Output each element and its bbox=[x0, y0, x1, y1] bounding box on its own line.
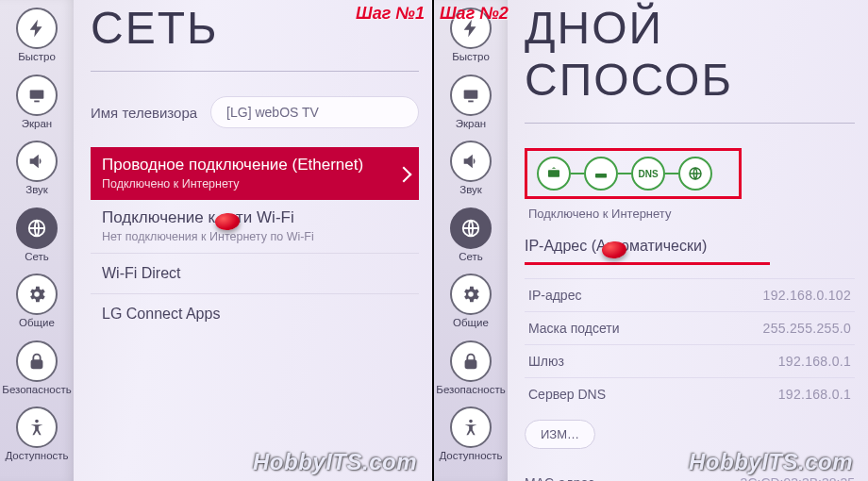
lock-icon bbox=[450, 340, 492, 382]
sidebar-item-security[interactable]: Безопасность bbox=[3, 337, 71, 402]
wifi-connection-row[interactable]: Подключение к сети Wi-Fi Нет подключения… bbox=[91, 200, 419, 253]
page-title: СЕТЬ bbox=[91, 2, 419, 54]
sidebar-item-label: Сеть bbox=[25, 252, 49, 263]
sidebar-item-label: Сеть bbox=[459, 252, 483, 263]
sidebar-item-quick[interactable]: Быстро bbox=[3, 4, 71, 69]
divider bbox=[525, 123, 855, 124]
svg-rect-3 bbox=[32, 360, 42, 368]
gateway-label: Шлюз bbox=[528, 354, 778, 369]
dns-node-icon: DNS bbox=[631, 157, 665, 191]
ip-address-row: IP-адрес 192.168.0.102 bbox=[525, 278, 855, 311]
sidebar-item-sound[interactable]: Звук bbox=[3, 137, 71, 202]
wifi-title: Подключение к сети Wi-Fi bbox=[102, 208, 408, 227]
watermark: HobbyITS.com bbox=[689, 449, 853, 475]
sidebar-item-general[interactable]: Общие bbox=[437, 270, 505, 335]
network-settings-main: СЕТЬ Имя телевизора [LG] webOS TV Провод… bbox=[74, 0, 432, 481]
tv-name-label: Имя телевизора bbox=[91, 105, 197, 121]
sidebar-item-sound[interactable]: Звук bbox=[437, 137, 505, 202]
svg-point-9 bbox=[469, 420, 473, 423]
svg-rect-1 bbox=[34, 100, 40, 102]
sidebar-item-label: Доступность bbox=[439, 451, 502, 462]
tv-name-row[interactable]: Имя телевизора [LG] webOS TV bbox=[91, 96, 419, 128]
ethernet-status: Подключено к Интернету bbox=[102, 177, 408, 191]
settings-sidebar: Быстро Экран Звук Сеть Общие Безопасност… bbox=[434, 0, 508, 481]
svg-rect-5 bbox=[464, 90, 478, 98]
ip-section-title[interactable]: IP-Адрес (Автоматически) bbox=[525, 238, 855, 258]
accessibility-icon bbox=[16, 406, 58, 448]
mac-label: MAC-адрес bbox=[525, 475, 741, 481]
wifi-status: Нет подключения к Интернету по Wi-Fi bbox=[102, 230, 408, 243]
speaker-icon bbox=[16, 141, 58, 182]
sidebar-item-label: Быстро bbox=[18, 52, 56, 63]
sidebar-item-screen[interactable]: Экран bbox=[437, 71, 505, 136]
connection-status: Подключено к Интернету bbox=[528, 207, 855, 221]
dns-label: Сервер DNS bbox=[528, 387, 778, 402]
edit-button[interactable]: ИЗМ… bbox=[525, 420, 595, 449]
ethernet-title: Проводное подключение (Ethernet) bbox=[102, 156, 408, 174]
globe-icon bbox=[450, 207, 492, 249]
accessibility-icon bbox=[450, 406, 492, 448]
svg-rect-0 bbox=[30, 90, 44, 98]
tv-node-icon bbox=[537, 157, 571, 191]
lock-icon bbox=[16, 340, 58, 382]
globe-icon bbox=[16, 207, 58, 249]
highlight-underline bbox=[525, 262, 770, 265]
screen-icon bbox=[16, 75, 58, 116]
sidebar-item-label: Общие bbox=[453, 318, 489, 329]
mask-value: 255.255.255.0 bbox=[763, 321, 851, 336]
dns-server-row: Сервер DNS 192.168.0.1 bbox=[525, 377, 855, 410]
svg-rect-10 bbox=[548, 170, 559, 177]
connection-chain-highlight: DNS bbox=[525, 148, 742, 199]
router-node-icon bbox=[584, 157, 618, 191]
sidebar-item-accessibility[interactable]: Доступность bbox=[437, 403, 505, 468]
lg-connect-apps-row[interactable]: LG Connect Apps bbox=[91, 293, 419, 334]
sidebar-item-label: Экран bbox=[456, 119, 486, 130]
sidebar-item-network[interactable]: Сеть bbox=[437, 204, 505, 269]
speaker-icon bbox=[450, 141, 492, 182]
wifi-direct-row[interactable]: Wi-Fi Direct bbox=[91, 253, 419, 293]
sidebar-item-label: Звук bbox=[25, 185, 48, 196]
gear-icon bbox=[450, 274, 492, 315]
page-title: ДНОЙ СПОСОБ bbox=[525, 2, 855, 106]
sidebar-item-network[interactable]: Сеть bbox=[3, 204, 71, 269]
divider bbox=[91, 71, 419, 72]
tv-name-value[interactable]: [LG] webOS TV bbox=[210, 96, 419, 128]
bolt-icon bbox=[16, 8, 58, 49]
gear-icon bbox=[16, 274, 58, 315]
sidebar-item-label: Доступность bbox=[5, 451, 68, 462]
mask-label: Маска подсети bbox=[528, 321, 763, 336]
mac-address-row: MAC-адрес 3C:CD:93:3B:38:35 bbox=[525, 475, 855, 481]
panel-step-2: Шаг №2 Быстро Экран Звук Сеть Общие Безо… bbox=[434, 0, 868, 481]
watermark: HobbyITS.com bbox=[253, 449, 417, 475]
gateway-row: Шлюз 192.168.0.1 bbox=[525, 344, 855, 377]
panel-step-1: Шаг №1 Быстро Экран Звук Сеть Общие Безо… bbox=[0, 0, 434, 481]
sidebar-item-security[interactable]: Безопасность bbox=[437, 337, 505, 402]
gateway-value: 192.168.0.1 bbox=[778, 354, 851, 369]
sidebar-item-general[interactable]: Общие bbox=[3, 270, 71, 335]
subnet-mask-row: Маска подсети 255.255.255.0 bbox=[525, 311, 855, 344]
sidebar-item-label: Безопасность bbox=[2, 385, 71, 396]
dns-value: 192.168.0.1 bbox=[778, 387, 851, 402]
ip-label: IP-адрес bbox=[528, 288, 763, 303]
sidebar-item-label: Быстро bbox=[452, 52, 490, 63]
settings-sidebar: Быстро Экран Звук Сеть Общие Безопасност… bbox=[0, 0, 74, 481]
step-label-2: Шаг №2 bbox=[440, 4, 509, 24]
wired-method-main: ДНОЙ СПОСОБ DNS Подключено к Интернету I… bbox=[508, 0, 868, 481]
mac-value: 3C:CD:93:3B:38:35 bbox=[741, 475, 855, 481]
sidebar-item-label: Экран bbox=[22, 119, 52, 130]
sidebar-item-accessibility[interactable]: Доступность bbox=[3, 403, 71, 468]
svg-rect-11 bbox=[595, 174, 607, 178]
connection-chain: DNS bbox=[537, 157, 729, 191]
svg-rect-8 bbox=[466, 360, 476, 368]
sidebar-item-label: Безопасность bbox=[436, 385, 505, 396]
svg-point-4 bbox=[35, 420, 39, 423]
screen-icon bbox=[450, 75, 492, 116]
internet-node-icon bbox=[678, 157, 712, 191]
ip-value: 192.168.0.102 bbox=[763, 288, 851, 303]
ethernet-connection-row[interactable]: Проводное подключение (Ethernet) Подключ… bbox=[91, 147, 419, 200]
sidebar-item-label: Звук bbox=[459, 185, 482, 196]
sidebar-item-label: Общие bbox=[19, 318, 55, 329]
sidebar-item-screen[interactable]: Экран bbox=[3, 71, 71, 136]
svg-rect-6 bbox=[468, 100, 474, 102]
